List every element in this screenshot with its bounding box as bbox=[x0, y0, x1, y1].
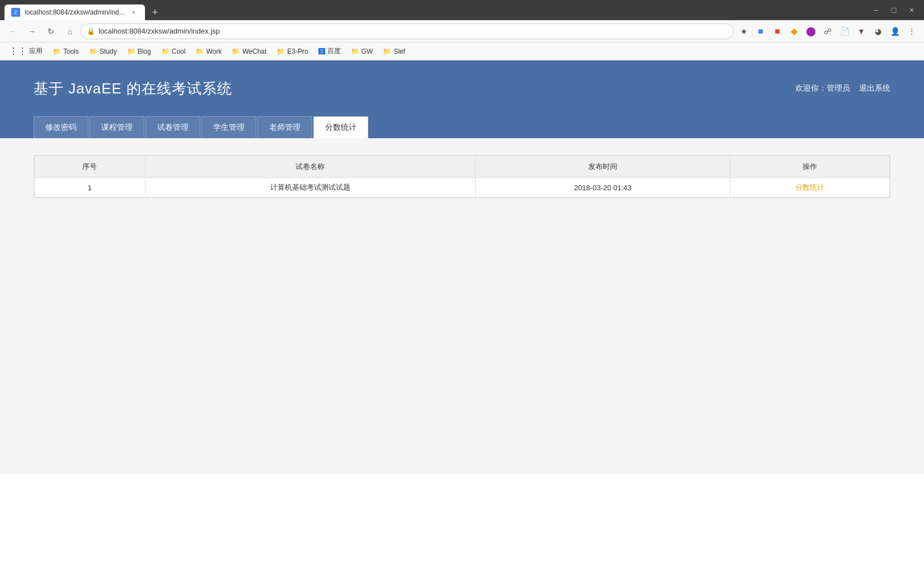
tab-close-button[interactable]: × bbox=[129, 8, 138, 17]
nav-score-statistics[interactable]: 分数统计 bbox=[313, 116, 368, 138]
reload-button[interactable]: ↻ bbox=[43, 23, 59, 40]
bookmark-apps-label: 应用 bbox=[29, 46, 43, 56]
extension-icon-1[interactable]: ■ bbox=[753, 24, 768, 39]
extension-icon-8[interactable]: ◕ bbox=[870, 24, 886, 39]
logout-link[interactable]: 退出系统 bbox=[859, 83, 890, 93]
bookmark-baidu-icon: 🆂 bbox=[318, 48, 325, 55]
bookmark-work[interactable]: 📁 Work bbox=[191, 46, 226, 57]
bookmark-folder-icon: 📁 bbox=[195, 48, 204, 55]
bookmark-slef-label: Slef bbox=[393, 48, 405, 55]
bookmark-folder-icon: 📁 bbox=[351, 48, 359, 55]
browser-window: Z localhost:8084/zxksw/admin/ind... × + … bbox=[0, 0, 924, 568]
bookmark-study-label: Study bbox=[100, 48, 117, 55]
toolbar-icons: ★ ■ ■ ◆ ⬤ ☍ 📄 ▼ ◕ 👤 ⋮ bbox=[736, 24, 920, 39]
apps-icon: ⋮⋮ bbox=[9, 46, 27, 57]
lock-icon: 🔒 bbox=[87, 27, 95, 35]
back-button[interactable]: ← bbox=[4, 23, 21, 40]
minimize-button[interactable]: − bbox=[868, 2, 884, 18]
bookmark-blog[interactable]: 📁 Blog bbox=[123, 46, 156, 57]
cell-index: 1 bbox=[35, 178, 146, 198]
bookmark-gw[interactable]: 📁 GW bbox=[346, 46, 378, 57]
bookmark-baidu[interactable]: 🆂 百度 bbox=[314, 45, 345, 58]
bookmark-gw-label: GW bbox=[362, 48, 373, 55]
bookmark-study[interactable]: 📁 Study bbox=[85, 46, 121, 57]
col-index: 序号 bbox=[35, 156, 146, 178]
tab-bar: Z localhost:8084/zxksw/admin/ind... × + bbox=[4, 0, 868, 20]
active-tab[interactable]: Z localhost:8084/zxksw/admin/ind... × bbox=[4, 4, 145, 20]
bookmark-baidu-label: 百度 bbox=[327, 46, 341, 56]
page-content: 基于 JavaEE 的在线考试系统 欢迎你：管理员 退出系统 修改密码 课程管理… bbox=[0, 60, 924, 568]
col-name: 试卷名称 bbox=[145, 156, 475, 178]
bookmark-blog-label: Blog bbox=[138, 48, 151, 55]
tab-title: localhost:8084/zxksw/admin/ind... bbox=[25, 8, 125, 16]
bookmark-work-label: Work bbox=[206, 48, 222, 55]
new-tab-button[interactable]: + bbox=[147, 4, 163, 20]
bookmark-folder-icon: 📁 bbox=[89, 48, 97, 55]
extension-icon-7[interactable]: ▼ bbox=[853, 24, 869, 39]
bookmark-icon[interactable]: ★ bbox=[736, 24, 752, 39]
bookmarks-bar: ⋮⋮ 应用 📁 Tools 📁 Study 📁 Blog 📁 Cool 📁 Wo… bbox=[0, 43, 924, 60]
bookmark-folder-icon: 📁 bbox=[232, 48, 240, 55]
bookmark-wechat[interactable]: 📁 WeChat bbox=[227, 46, 271, 57]
bookmark-tools-label: Tools bbox=[63, 48, 79, 55]
bookmark-wechat-label: WeChat bbox=[242, 48, 266, 55]
cell-name: 计算机基础考试测试试题 bbox=[145, 178, 475, 198]
extension-icon-6[interactable]: 📄 bbox=[837, 24, 852, 39]
bookmark-folder-icon: 📁 bbox=[127, 48, 135, 55]
bookmark-cool[interactable]: 📁 Cool bbox=[157, 46, 190, 57]
extension-icon-9[interactable]: 👤 bbox=[887, 24, 903, 39]
bookmark-folder-icon: 📁 bbox=[161, 48, 170, 55]
extension-icon-5[interactable]: ☍ bbox=[820, 24, 836, 39]
col-publish-time: 发布时间 bbox=[476, 156, 730, 178]
address-bar[interactable]: 🔒 localhost:8084/zxksw/admin/index.jsp bbox=[81, 24, 734, 39]
bookmark-folder-icon: 📁 bbox=[53, 48, 61, 55]
extension-icon-4[interactable]: ⬤ bbox=[803, 24, 819, 39]
app-title: 基于 JavaEE 的在线考试系统 bbox=[34, 79, 232, 98]
nav-student-management[interactable]: 学生管理 bbox=[201, 116, 256, 138]
maximize-button[interactable]: □ bbox=[886, 2, 902, 18]
table-row: 1 计算机基础考试测试试题 2018-03-20 01:43 分数统计 bbox=[35, 178, 890, 198]
bookmark-e3pro[interactable]: 📁 E3-Pro bbox=[272, 46, 312, 57]
bookmark-tools[interactable]: 📁 Tools bbox=[48, 46, 83, 57]
title-bar: Z localhost:8084/zxksw/admin/ind... × + … bbox=[0, 0, 924, 20]
nav-teacher-management[interactable]: 老师管理 bbox=[257, 116, 312, 138]
extension-icon-2[interactable]: ■ bbox=[770, 24, 785, 39]
extension-icon-3[interactable]: ◆ bbox=[786, 24, 802, 39]
col-action: 操作 bbox=[730, 156, 889, 178]
bookmark-slef[interactable]: 📁 Slef bbox=[378, 46, 410, 57]
nav-bar: ← → ↻ ⌂ 🔒 localhost:8084/zxksw/admin/ind… bbox=[0, 20, 924, 43]
tab-favicon: Z bbox=[11, 8, 20, 17]
data-table: 序号 试卷名称 发布时间 操作 1 计算机基础考试测试试题 2018-03-20… bbox=[34, 156, 890, 198]
close-button[interactable]: × bbox=[904, 2, 920, 18]
cell-action: 分数统计 bbox=[730, 178, 889, 198]
bookmark-cool-label: Cool bbox=[172, 48, 186, 55]
home-button[interactable]: ⌂ bbox=[62, 23, 78, 40]
nav-change-password[interactable]: 修改密码 bbox=[34, 116, 88, 138]
data-table-wrapper: 序号 试卷名称 发布时间 操作 1 计算机基础考试测试试题 2018-03-20… bbox=[34, 155, 890, 198]
nav-course-management[interactable]: 课程管理 bbox=[90, 116, 144, 138]
address-text: localhost:8084/zxksw/admin/index.jsp bbox=[99, 27, 728, 35]
window-controls: − □ × bbox=[868, 2, 920, 18]
cell-publish-time: 2018-03-20 01:43 bbox=[476, 178, 730, 198]
extension-icon-10[interactable]: ⋮ bbox=[904, 24, 920, 39]
bookmark-e3pro-label: E3-Pro bbox=[287, 48, 308, 55]
bookmark-folder-icon: 📁 bbox=[276, 48, 285, 55]
main-area: 序号 试卷名称 发布时间 操作 1 计算机基础考试测试试题 2018-03-20… bbox=[0, 138, 924, 474]
forward-button[interactable]: → bbox=[24, 23, 40, 40]
nav-exam-management[interactable]: 试卷管理 bbox=[146, 116, 200, 138]
user-info: 欢迎你：管理员 退出系统 bbox=[795, 83, 890, 93]
app-header: 基于 JavaEE 的在线考试系统 欢迎你：管理员 退出系统 bbox=[0, 60, 924, 116]
welcome-text: 欢迎你：管理员 bbox=[795, 83, 850, 93]
score-stats-link[interactable]: 分数统计 bbox=[795, 183, 824, 191]
bookmark-folder-icon: 📁 bbox=[383, 48, 391, 55]
bookmark-apps[interactable]: ⋮⋮ 应用 bbox=[4, 44, 47, 58]
nav-menu: 修改密码 课程管理 试卷管理 学生管理 老师管理 分数统计 bbox=[0, 116, 924, 138]
